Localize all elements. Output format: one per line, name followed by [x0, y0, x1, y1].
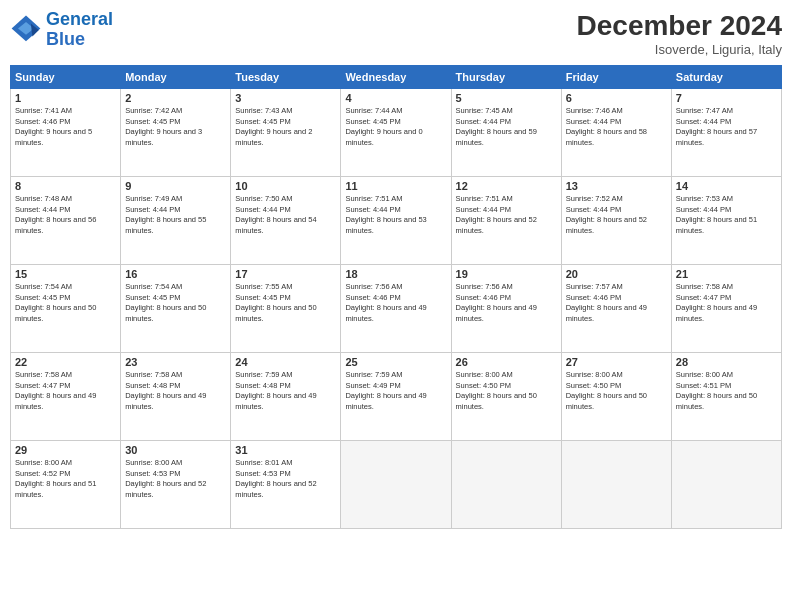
- calendar-cell: 14 Sunrise: 7:53 AMSunset: 4:44 PMDaylig…: [671, 177, 781, 265]
- month-title: December 2024: [577, 10, 782, 42]
- day-number: 27: [566, 356, 667, 368]
- cell-content: Sunrise: 7:53 AMSunset: 4:44 PMDaylight:…: [676, 194, 757, 235]
- cell-content: Sunrise: 8:01 AMSunset: 4:53 PMDaylight:…: [235, 458, 316, 499]
- cell-content: Sunrise: 7:56 AMSunset: 4:46 PMDaylight:…: [456, 282, 537, 323]
- day-number: 12: [456, 180, 557, 192]
- logo-blue: Blue: [46, 30, 113, 50]
- calendar-table: Sunday Monday Tuesday Wednesday Thursday…: [10, 65, 782, 529]
- header: General Blue December 2024 Isoverde, Lig…: [10, 10, 782, 57]
- day-number: 30: [125, 444, 226, 456]
- cell-content: Sunrise: 7:44 AMSunset: 4:45 PMDaylight:…: [345, 106, 422, 147]
- calendar-cell: 19 Sunrise: 7:56 AMSunset: 4:46 PMDaylig…: [451, 265, 561, 353]
- col-thursday: Thursday: [451, 66, 561, 89]
- calendar-cell: [341, 441, 451, 529]
- day-number: 4: [345, 92, 446, 104]
- calendar-cell: 1 Sunrise: 7:41 AMSunset: 4:46 PMDayligh…: [11, 89, 121, 177]
- calendar-cell: 7 Sunrise: 7:47 AMSunset: 4:44 PMDayligh…: [671, 89, 781, 177]
- logo-general: General: [46, 9, 113, 29]
- day-number: 9: [125, 180, 226, 192]
- day-number: 31: [235, 444, 336, 456]
- calendar-cell: 8 Sunrise: 7:48 AMSunset: 4:44 PMDayligh…: [11, 177, 121, 265]
- cell-content: Sunrise: 7:49 AMSunset: 4:44 PMDaylight:…: [125, 194, 206, 235]
- day-number: 16: [125, 268, 226, 280]
- day-number: 15: [15, 268, 116, 280]
- cell-content: Sunrise: 7:42 AMSunset: 4:45 PMDaylight:…: [125, 106, 202, 147]
- cell-content: Sunrise: 7:46 AMSunset: 4:44 PMDaylight:…: [566, 106, 647, 147]
- calendar-cell: 10 Sunrise: 7:50 AMSunset: 4:44 PMDaylig…: [231, 177, 341, 265]
- cell-content: Sunrise: 7:59 AMSunset: 4:49 PMDaylight:…: [345, 370, 426, 411]
- cell-content: Sunrise: 7:58 AMSunset: 4:48 PMDaylight:…: [125, 370, 206, 411]
- calendar-cell: 30 Sunrise: 8:00 AMSunset: 4:53 PMDaylig…: [121, 441, 231, 529]
- calendar-cell: 3 Sunrise: 7:43 AMSunset: 4:45 PMDayligh…: [231, 89, 341, 177]
- cell-content: Sunrise: 7:54 AMSunset: 4:45 PMDaylight:…: [15, 282, 96, 323]
- location: Isoverde, Liguria, Italy: [577, 42, 782, 57]
- cell-content: Sunrise: 7:54 AMSunset: 4:45 PMDaylight:…: [125, 282, 206, 323]
- day-number: 26: [456, 356, 557, 368]
- day-number: 24: [235, 356, 336, 368]
- calendar-cell: 2 Sunrise: 7:42 AMSunset: 4:45 PMDayligh…: [121, 89, 231, 177]
- day-number: 17: [235, 268, 336, 280]
- calendar-cell: 9 Sunrise: 7:49 AMSunset: 4:44 PMDayligh…: [121, 177, 231, 265]
- cell-content: Sunrise: 8:00 AMSunset: 4:52 PMDaylight:…: [15, 458, 96, 499]
- week-row-1: 1 Sunrise: 7:41 AMSunset: 4:46 PMDayligh…: [11, 89, 782, 177]
- cell-content: Sunrise: 8:00 AMSunset: 4:50 PMDaylight:…: [456, 370, 537, 411]
- cell-content: Sunrise: 7:56 AMSunset: 4:46 PMDaylight:…: [345, 282, 426, 323]
- day-number: 29: [15, 444, 116, 456]
- cell-content: Sunrise: 7:41 AMSunset: 4:46 PMDaylight:…: [15, 106, 92, 147]
- cell-content: Sunrise: 8:00 AMSunset: 4:53 PMDaylight:…: [125, 458, 206, 499]
- week-row-3: 15 Sunrise: 7:54 AMSunset: 4:45 PMDaylig…: [11, 265, 782, 353]
- calendar-cell: 25 Sunrise: 7:59 AMSunset: 4:49 PMDaylig…: [341, 353, 451, 441]
- day-number: 10: [235, 180, 336, 192]
- calendar-cell: 22 Sunrise: 7:58 AMSunset: 4:47 PMDaylig…: [11, 353, 121, 441]
- title-block: December 2024 Isoverde, Liguria, Italy: [577, 10, 782, 57]
- cell-content: Sunrise: 7:51 AMSunset: 4:44 PMDaylight:…: [345, 194, 426, 235]
- col-saturday: Saturday: [671, 66, 781, 89]
- calendar-cell: 20 Sunrise: 7:57 AMSunset: 4:46 PMDaylig…: [561, 265, 671, 353]
- day-number: 28: [676, 356, 777, 368]
- cell-content: Sunrise: 7:45 AMSunset: 4:44 PMDaylight:…: [456, 106, 537, 147]
- calendar-cell: 6 Sunrise: 7:46 AMSunset: 4:44 PMDayligh…: [561, 89, 671, 177]
- day-number: 18: [345, 268, 446, 280]
- cell-content: Sunrise: 7:55 AMSunset: 4:45 PMDaylight:…: [235, 282, 316, 323]
- calendar-container: Sunday Monday Tuesday Wednesday Thursday…: [10, 65, 782, 529]
- calendar-cell: 23 Sunrise: 7:58 AMSunset: 4:48 PMDaylig…: [121, 353, 231, 441]
- calendar-cell: 16 Sunrise: 7:54 AMSunset: 4:45 PMDaylig…: [121, 265, 231, 353]
- col-friday: Friday: [561, 66, 671, 89]
- calendar-cell: [451, 441, 561, 529]
- week-row-5: 29 Sunrise: 8:00 AMSunset: 4:52 PMDaylig…: [11, 441, 782, 529]
- calendar-cell: 11 Sunrise: 7:51 AMSunset: 4:44 PMDaylig…: [341, 177, 451, 265]
- day-number: 1: [15, 92, 116, 104]
- cell-content: Sunrise: 7:58 AMSunset: 4:47 PMDaylight:…: [676, 282, 757, 323]
- cell-content: Sunrise: 7:48 AMSunset: 4:44 PMDaylight:…: [15, 194, 96, 235]
- day-number: 14: [676, 180, 777, 192]
- calendar-cell: 5 Sunrise: 7:45 AMSunset: 4:44 PMDayligh…: [451, 89, 561, 177]
- calendar-cell: 31 Sunrise: 8:01 AMSunset: 4:53 PMDaylig…: [231, 441, 341, 529]
- day-number: 3: [235, 92, 336, 104]
- cell-content: Sunrise: 7:58 AMSunset: 4:47 PMDaylight:…: [15, 370, 96, 411]
- calendar-cell: 26 Sunrise: 8:00 AMSunset: 4:50 PMDaylig…: [451, 353, 561, 441]
- week-row-4: 22 Sunrise: 7:58 AMSunset: 4:47 PMDaylig…: [11, 353, 782, 441]
- calendar-cell: 15 Sunrise: 7:54 AMSunset: 4:45 PMDaylig…: [11, 265, 121, 353]
- cell-content: Sunrise: 7:47 AMSunset: 4:44 PMDaylight:…: [676, 106, 757, 147]
- calendar-cell: 18 Sunrise: 7:56 AMSunset: 4:46 PMDaylig…: [341, 265, 451, 353]
- day-number: 7: [676, 92, 777, 104]
- cell-content: Sunrise: 8:00 AMSunset: 4:50 PMDaylight:…: [566, 370, 647, 411]
- calendar-cell: 27 Sunrise: 8:00 AMSunset: 4:50 PMDaylig…: [561, 353, 671, 441]
- day-number: 2: [125, 92, 226, 104]
- calendar-cell: 12 Sunrise: 7:51 AMSunset: 4:44 PMDaylig…: [451, 177, 561, 265]
- col-wednesday: Wednesday: [341, 66, 451, 89]
- day-number: 25: [345, 356, 446, 368]
- logo-icon: [10, 14, 42, 46]
- calendar-cell: 4 Sunrise: 7:44 AMSunset: 4:45 PMDayligh…: [341, 89, 451, 177]
- calendar-cell: 28 Sunrise: 8:00 AMSunset: 4:51 PMDaylig…: [671, 353, 781, 441]
- day-number: 20: [566, 268, 667, 280]
- day-number: 8: [15, 180, 116, 192]
- col-monday: Monday: [121, 66, 231, 89]
- cell-content: Sunrise: 7:51 AMSunset: 4:44 PMDaylight:…: [456, 194, 537, 235]
- logo: General Blue: [10, 10, 113, 50]
- logo-text: General Blue: [46, 10, 113, 50]
- calendar-cell: 29 Sunrise: 8:00 AMSunset: 4:52 PMDaylig…: [11, 441, 121, 529]
- calendar-cell: 21 Sunrise: 7:58 AMSunset: 4:47 PMDaylig…: [671, 265, 781, 353]
- col-tuesday: Tuesday: [231, 66, 341, 89]
- calendar-cell: 13 Sunrise: 7:52 AMSunset: 4:44 PMDaylig…: [561, 177, 671, 265]
